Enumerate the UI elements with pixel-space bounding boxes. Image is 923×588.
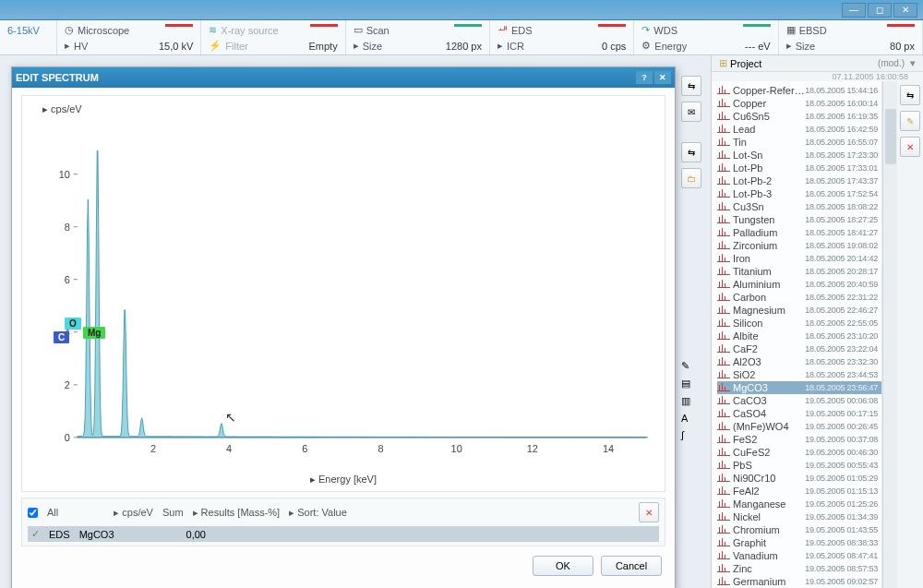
- ribbon-ebsd[interactable]: ▦EBSD ▸Size80 px: [779, 20, 923, 54]
- spectrum-thumb-icon: [717, 370, 730, 379]
- folder-icon[interactable]: 🗀: [681, 168, 701, 188]
- project-tree[interactable]: Copper-Reference18.05.2005 15:44:16Coppe…: [712, 81, 882, 588]
- svg-rect-131: [725, 438, 725, 442]
- project-item[interactable]: Lot-Pb-318.05.2005 17:52:54: [717, 187, 881, 200]
- project-item[interactable]: FeAl219.05.2005 01:15:13: [717, 485, 881, 498]
- modal-side-tools-top: ⇆ ✉ ⇆ 🗀: [681, 76, 703, 188]
- svg-rect-138: [722, 461, 723, 468]
- project-item[interactable]: CaF218.05.2005 23:22:04: [717, 342, 881, 355]
- result-row[interactable]: ✓ EDS MgCO3 0,00: [28, 526, 659, 542]
- project-item[interactable]: FeS219.05.2005 00:37:08: [717, 433, 881, 446]
- svg-rect-159: [725, 529, 725, 533]
- envelope-icon[interactable]: ✉: [681, 102, 701, 122]
- project-item[interactable]: Germanium19.05.2005 09:02:57: [717, 575, 881, 588]
- svg-rect-140: [717, 481, 730, 482]
- ribbon-scan[interactable]: ▭Scan ▸Size1280 px: [346, 20, 490, 54]
- project-item[interactable]: Cu6Sn518.05.2005 16:19:35: [717, 110, 881, 123]
- dialog-titlebar[interactable]: EDIT SPECTRUM ? ✕: [12, 67, 675, 88]
- results-panel: All ▸ cps/eV Sum ▸ Results [Mass-%] ▸ So…: [21, 498, 665, 546]
- peak-label-c[interactable]: C: [54, 331, 69, 343]
- chart-y-label: ▸ cps/eV: [42, 103, 82, 115]
- spectrum-thumb-icon: [717, 306, 730, 315]
- all-checkbox[interactable]: [28, 508, 38, 518]
- project-item[interactable]: Copper18.05.2005 16:00:14: [717, 97, 881, 110]
- tool-c-icon[interactable]: ▥: [681, 395, 703, 407]
- project-item[interactable]: (MnFe)WO419.05.2005 00:26:45: [717, 420, 881, 433]
- project-item[interactable]: Zinc19.05.2005 08:57:53: [717, 562, 881, 575]
- project-item[interactable]: MgCO318.05.2005 23:56:47: [717, 381, 881, 394]
- ribbon-hv-range[interactable]: 6-15kV: [0, 20, 57, 54]
- project-item[interactable]: Lot-Pb-218.05.2005 17:43:37: [717, 174, 881, 187]
- project-item[interactable]: Albite18.05.2005 23:10:20: [717, 330, 881, 342]
- spectrum-chart[interactable]: ▸ cps/eV ▸ Energy [keV] 0246810246810121…: [21, 95, 665, 492]
- project-item[interactable]: Manganese19.05.2005 01:25:26: [717, 498, 881, 510]
- project-item[interactable]: Tin18.05.2005 16:55:07: [717, 136, 881, 149]
- swap-icon[interactable]: ⇆: [681, 76, 701, 96]
- svg-rect-82: [722, 280, 723, 287]
- svg-rect-152: [717, 520, 730, 521]
- tool-b-icon[interactable]: ▤: [681, 378, 703, 390]
- svg-rect-48: [717, 184, 730, 185]
- svg-rect-88: [717, 313, 730, 314]
- svg-rect-147: [725, 490, 725, 494]
- svg-text:4: 4: [226, 443, 232, 454]
- project-item[interactable]: Ni90Cr1019.05.2005 01:05:29: [717, 472, 881, 485]
- spectrum-thumb-icon: [717, 357, 730, 366]
- proj-delete-icon[interactable]: ✕: [900, 137, 920, 157]
- delete-row-button[interactable]: ✕: [639, 502, 659, 522]
- swap2-icon[interactable]: ⇆: [681, 142, 701, 162]
- peak-label-mg[interactable]: Mg: [83, 327, 105, 339]
- scrollbar-thumb[interactable]: [885, 109, 896, 164]
- project-item[interactable]: Al2O318.05.2005 23:32:30: [717, 355, 881, 368]
- proj-edit-icon[interactable]: ✎: [900, 111, 920, 131]
- project-item[interactable]: Lead18.05.2005 16:42:59: [717, 123, 881, 136]
- svg-rect-55: [725, 193, 725, 197]
- window-close-button[interactable]: ✕: [893, 3, 917, 18]
- project-item[interactable]: Tungsten18.05.2005 18:27:25: [717, 213, 881, 226]
- project-item[interactable]: Iron18.05.2005 20:14:42: [717, 252, 881, 265]
- ribbon-wds[interactable]: ↷WDS ⚙Energy--- eV: [634, 20, 778, 54]
- tool-text-a[interactable]: A: [681, 413, 703, 424]
- project-item[interactable]: Carbon18.05.2005 22:31:22: [717, 291, 881, 304]
- dialog-help-button[interactable]: ?: [636, 71, 653, 84]
- project-item[interactable]: Lot-Sn18.05.2005 17:23:30: [717, 149, 881, 162]
- project-item[interactable]: Zirconium18.05.2005 19:08:02: [717, 239, 881, 252]
- tool-integral-icon[interactable]: ∫: [681, 429, 703, 440]
- project-item[interactable]: Magnesium18.05.2005 22:46:27: [717, 304, 881, 317]
- window-maximize-button[interactable]: ◻: [868, 3, 892, 18]
- project-item[interactable]: Chromium19.05.2005 01:43:55: [717, 523, 881, 536]
- project-item[interactable]: Cu3Sn18.05.2005 18:08:22: [717, 200, 881, 213]
- project-item[interactable]: CuFeS219.05.2005 00:46:30: [717, 446, 881, 459]
- project-item[interactable]: Nickel19.05.2005 01:34:39: [717, 510, 881, 523]
- proj-swap-icon[interactable]: ⇆: [900, 85, 920, 105]
- project-header[interactable]: ⊞ Project (mod.) ▾: [712, 55, 923, 72]
- project-item[interactable]: Silicon18.05.2005 22:55:05: [717, 317, 881, 330]
- project-item[interactable]: CaSO419.05.2005 00:17:15: [717, 407, 881, 420]
- cancel-button[interactable]: Cancel: [601, 556, 662, 576]
- project-item[interactable]: Palladium18.05.2005 18:41:27: [717, 226, 881, 239]
- svg-rect-77: [719, 269, 720, 274]
- project-item[interactable]: PbS19.05.2005 00:55:43: [717, 459, 881, 472]
- svg-rect-119: [725, 400, 725, 403]
- project-item[interactable]: SiO218.05.2005 23:44:53: [717, 368, 881, 381]
- project-item[interactable]: Copper-Reference18.05.2005 15:44:16: [717, 84, 881, 97]
- project-item[interactable]: Graphit19.05.2005 08:38:33: [717, 536, 881, 549]
- svg-rect-117: [719, 398, 720, 403]
- ribbon-xray[interactable]: ≋X-ray source ⚡FilterEmpty: [201, 20, 345, 54]
- project-item[interactable]: Vanadium19.05.2005 08:47:41: [717, 549, 881, 562]
- app-titlebar: — ◻ ✕: [0, 0, 923, 20]
- project-item[interactable]: Aluminium18.05.2005 20:40:59: [717, 278, 881, 291]
- svg-rect-61: [719, 217, 720, 222]
- svg-rect-174: [722, 577, 723, 584]
- peak-label-o[interactable]: O: [65, 318, 81, 330]
- ok-button[interactable]: OK: [533, 556, 593, 576]
- project-item[interactable]: Lot-Pb18.05.2005 17:33:01: [717, 162, 881, 174]
- ribbon-eds[interactable]: ᅫEDS ▸ICR0 cps: [490, 20, 634, 54]
- tool-a-icon[interactable]: ✎: [681, 360, 703, 372]
- scrollbar[interactable]: [882, 81, 897, 588]
- ribbon-microscope[interactable]: ◷Microscope ▸HV15,0 kV: [57, 20, 201, 54]
- project-item[interactable]: Titanium18.05.2005 20:28:17: [717, 265, 881, 278]
- project-item[interactable]: CaCO319.05.2005 00:06:08: [717, 394, 881, 407]
- window-minimize-button[interactable]: —: [842, 3, 866, 18]
- dialog-close-button[interactable]: ✕: [654, 71, 671, 84]
